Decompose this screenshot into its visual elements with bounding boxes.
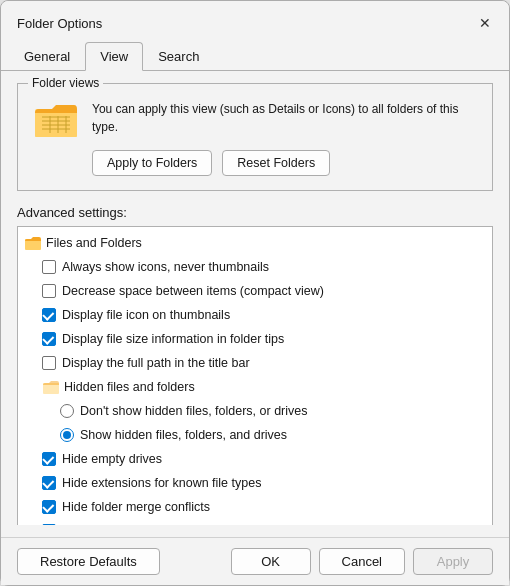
checkbox-decrease-space[interactable]: [42, 284, 56, 298]
folder-views-legend: Folder views: [28, 76, 103, 90]
list-item[interactable]: Hide extensions for known file types: [18, 471, 492, 495]
list-item[interactable]: Always show icons, never thumbnails: [18, 255, 492, 279]
list-item[interactable]: Display file size information in folder …: [18, 327, 492, 351]
reset-folders-button[interactable]: Reset Folders: [222, 150, 330, 176]
list-item[interactable]: Don't show hidden files, folders, or dri…: [18, 399, 492, 423]
radio-show-hidden[interactable]: [60, 428, 74, 442]
list-item: Files and Folders: [18, 231, 492, 255]
tab-search[interactable]: Search: [143, 42, 214, 71]
list-item[interactable]: Hide empty drives: [18, 447, 492, 471]
list-item[interactable]: Decrease space between items (compact vi…: [18, 279, 492, 303]
folder-views-inner: You can apply this view (such as Details…: [32, 100, 478, 140]
cancel-button[interactable]: Cancel: [319, 548, 405, 575]
list-item[interactable]: Hide protected operating system files (R…: [18, 519, 492, 525]
dialog-footer: Restore Defaults OK Cancel Apply: [1, 537, 509, 585]
checkbox-display-file-icon[interactable]: [42, 308, 56, 322]
list-item[interactable]: Display the full path in the title bar: [18, 351, 492, 375]
radio-dont-show-hidden[interactable]: [60, 404, 74, 418]
tab-general[interactable]: General: [9, 42, 85, 71]
folder-views-description: You can apply this view (such as Details…: [92, 100, 478, 136]
checkbox-hide-extensions[interactable]: [42, 476, 56, 490]
folder-views-icon: [32, 100, 80, 140]
list-item: Hidden files and folders: [18, 375, 492, 399]
close-button[interactable]: ✕: [473, 11, 497, 35]
ok-button[interactable]: OK: [231, 548, 311, 575]
folder-views-group: Folder views: [17, 83, 493, 191]
list-item[interactable]: Hide folder merge conflicts: [18, 495, 492, 519]
checkbox-hide-merge-conflicts[interactable]: [42, 500, 56, 514]
advanced-settings-label: Advanced settings:: [17, 205, 493, 220]
checkbox-always-show-icons[interactable]: [42, 260, 56, 274]
apply-button[interactable]: Apply: [413, 548, 493, 575]
folder-options-dialog: Folder Options ✕ General View Search Fol…: [0, 0, 510, 586]
advanced-settings-list[interactable]: Files and Folders Always show icons, nev…: [17, 226, 493, 525]
tab-view-content: Folder views: [1, 71, 509, 537]
list-item[interactable]: Display file icon on thumbnails: [18, 303, 492, 327]
folder-hidden-icon: [42, 379, 60, 395]
folder-views-buttons: Apply to Folders Reset Folders: [32, 150, 478, 176]
checkbox-display-full-path[interactable]: [42, 356, 56, 370]
dialog-title: Folder Options: [17, 16, 102, 31]
advanced-list-wrap: Files and Folders Always show icons, nev…: [17, 226, 493, 525]
tab-bar: General View Search: [1, 41, 509, 71]
footer-right: OK Cancel Apply: [231, 548, 493, 575]
checkbox-hide-empty-drives[interactable]: [42, 452, 56, 466]
tab-view[interactable]: View: [85, 42, 143, 71]
apply-to-folders-button[interactable]: Apply to Folders: [92, 150, 212, 176]
footer-left: Restore Defaults: [17, 548, 160, 575]
checkbox-display-file-size[interactable]: [42, 332, 56, 346]
restore-defaults-button[interactable]: Restore Defaults: [17, 548, 160, 575]
list-item[interactable]: Show hidden files, folders, and drives: [18, 423, 492, 447]
checkbox-hide-protected-os[interactable]: [42, 524, 56, 525]
title-bar: Folder Options ✕: [1, 1, 509, 41]
folder-small-icon: [24, 235, 42, 251]
